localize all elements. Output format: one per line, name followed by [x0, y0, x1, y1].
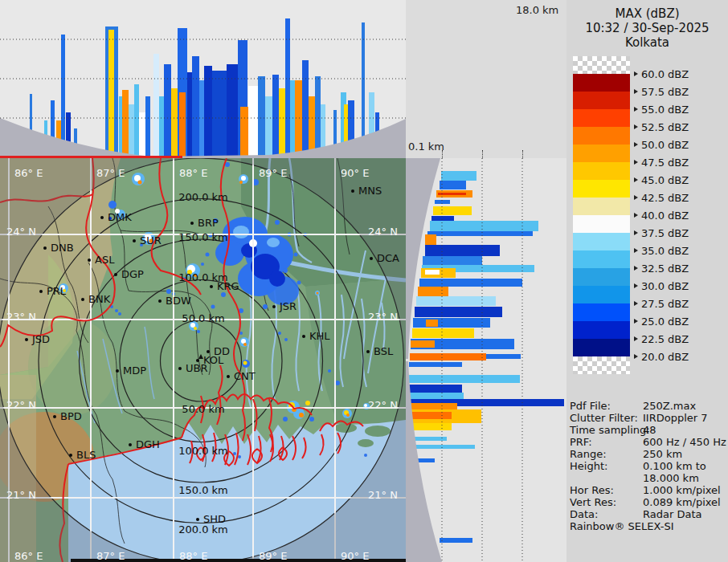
legend-band [573, 268, 630, 286]
city-label-ubr: UBR [186, 363, 207, 373]
city-label-cnt: CNT [234, 371, 256, 381]
city-label-mdp: MDP [123, 365, 146, 376]
info-row: 18.000 km [566, 472, 728, 484]
legend-band [573, 233, 630, 250]
tick-arrow-icon [634, 124, 638, 129]
tick-label: 55.0 dBZ [641, 104, 689, 116]
city-label-dnb: DNB [51, 242, 74, 253]
legend-band [573, 74, 630, 92]
city-dot-bnk [81, 298, 84, 301]
lat-label-left: 22° N [6, 400, 36, 411]
city-label-bnk: BNK [88, 294, 110, 304]
info-label: PRF: [570, 436, 592, 448]
lon-label-bottom: 88° E [179, 551, 207, 562]
lat-label-right: 23° N [368, 312, 398, 323]
tick-label: 40.0 dBZ [641, 210, 689, 222]
tick-label: 47.5 dBZ [641, 157, 689, 169]
legend-tick: 55.0 dBZ [634, 103, 689, 116]
color-scale-bar [573, 56, 630, 374]
legend-tick: 30.0 dBZ [634, 279, 689, 292]
lon-label-bottom: 86° E [14, 551, 43, 562]
tick-arrow-icon [634, 213, 638, 218]
tick-label: 52.5 dBZ [641, 121, 689, 133]
tick-label: 25.0 dBZ [641, 316, 689, 328]
city-dot-asl [88, 259, 91, 262]
tick-label: 57.5 dBZ [641, 86, 689, 98]
info-label: Range: [570, 448, 607, 460]
product-name: MAX (dBZ) [566, 6, 728, 21]
legend-tick: 50.0 dBZ [634, 138, 689, 151]
city-dot-dgh [129, 443, 132, 446]
city-dot-dd [207, 350, 210, 353]
city-dot-bsl [366, 350, 370, 353]
city-dot-cnt [227, 375, 230, 378]
info-row: Height:0.100 km to [566, 460, 728, 472]
right-projection-chart [406, 158, 566, 562]
tick-arrow-icon [634, 354, 638, 359]
legend-band [573, 339, 630, 356]
city-dot-bls [69, 454, 72, 457]
city-dot-krg [210, 285, 213, 288]
city-label-bls: BLS [76, 450, 96, 460]
tick-arrow-icon [634, 177, 638, 182]
legend-band [573, 198, 630, 215]
info-value: 48 [643, 424, 656, 436]
legend-tick: 45.0 dBZ [634, 173, 689, 186]
city-label-krg: KRG [217, 281, 239, 291]
tick-arrow-icon [634, 142, 638, 147]
city-dot-mns [351, 189, 354, 193]
city-label-dgp: DGP [121, 269, 144, 279]
legend-tick: 57.5 dBZ [634, 85, 689, 98]
station-name: Kolkata [566, 35, 728, 50]
info-row: PRF:600 Hz / 450 Hz [566, 436, 728, 448]
city-label-bdw: BDW [166, 295, 191, 306]
city-label-jsr: JSR [280, 301, 297, 312]
city-label-bpd: BPD [60, 411, 82, 422]
radar-map-panel: 86° E86° E87° E87° E88° E88° E89° E89° E… [0, 158, 406, 562]
lon-label-bottom: 90° E [341, 551, 369, 562]
city-dot-mdp [116, 369, 119, 373]
range-ring-label: 50.0 km [175, 403, 231, 415]
city-dot-dgp [114, 273, 117, 276]
info-label: Height: [570, 460, 607, 472]
tick-arrow-icon [634, 71, 638, 76]
height-axis-min-label: 0.1 km [408, 141, 444, 153]
tick-arrow-icon [634, 89, 638, 94]
lon-label-top: 87° E [96, 168, 125, 179]
info-value: 0.089 km/pixel [643, 496, 721, 508]
tick-arrow-icon [634, 319, 638, 324]
legend-tick: 35.0 dBZ [634, 244, 689, 257]
lon-label-top: 90° E [341, 168, 369, 179]
range-ring-label: 50.0 km [175, 312, 231, 324]
legend-tick: 47.5 dBZ [634, 156, 689, 169]
legend-band [573, 250, 630, 268]
city-dot-jsr [272, 305, 276, 308]
tick-label: 22.5 dBZ [641, 333, 689, 345]
info-value: 600 Hz / 450 Hz [643, 436, 726, 448]
tick-label: 20.0 dBZ [641, 351, 689, 363]
city-label-mns: MNS [358, 185, 382, 196]
city-dot-shd [196, 518, 199, 521]
info-value: IIRDoppler 7 [643, 412, 708, 424]
info-row: Data:Radar Data [566, 508, 728, 520]
legend-band [573, 215, 630, 233]
info-value: 0.100 km to [643, 460, 706, 472]
lat-label-right: 21° N [368, 490, 398, 501]
city-dot-dnb [43, 246, 47, 250]
info-row: Time sampling:48 [566, 424, 728, 436]
city-dot-khl [302, 335, 305, 338]
legend-tick: 20.0 dBZ [634, 350, 689, 363]
city-label-khl: KHL [309, 331, 330, 341]
legend-tick: 27.5 dBZ [634, 297, 689, 310]
info-label: Pdf File: [570, 400, 611, 412]
city-label-asl: ASL [95, 255, 114, 265]
lon-label-top: 88° E [179, 168, 207, 179]
city-label-shd: SHD [203, 514, 226, 524]
legend-band [573, 145, 630, 162]
city-label-sur: SUR [140, 235, 162, 246]
tick-arrow-icon [634, 230, 638, 235]
legend-band [573, 303, 630, 321]
product-header: MAX (dBZ) 10:32 / 30-Sep-2025 Kolkata [566, 6, 728, 50]
right-height-projection-panel [406, 158, 566, 562]
lon-label-bottom: 89° E [259, 551, 287, 562]
